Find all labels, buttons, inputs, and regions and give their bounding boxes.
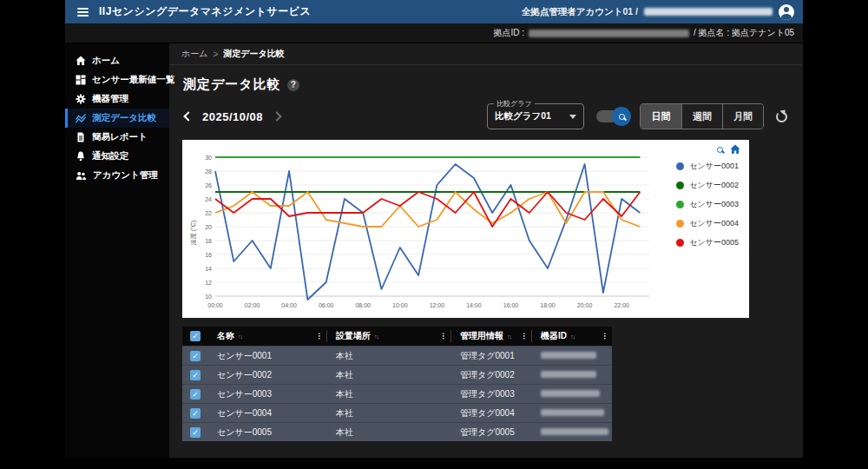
svg-text:10:00: 10:00 <box>392 302 408 308</box>
range-tab-group: 日間 週間 月間 <box>640 103 764 129</box>
table-row[interactable]: センサー0003 本社 管理タグ0003 <box>182 384 612 403</box>
column-menu-icon[interactable]: ⋮ <box>439 332 447 340</box>
svg-text:20:00: 20:00 <box>577 302 593 308</box>
zoom-mode-toggle[interactable] <box>596 110 628 122</box>
site-id-label: 拠点ID : <box>493 27 524 39</box>
sidebar-item-data-compare[interactable]: 測定データ比較 <box>65 109 169 128</box>
cell-location: 本社 <box>327 426 451 439</box>
sidebar-item-label: ホーム <box>92 55 120 67</box>
home-icon <box>76 56 86 66</box>
help-icon[interactable]: ? <box>287 79 299 91</box>
compare-graph-select-value: 比較グラフ01 <box>495 110 551 122</box>
line-chart[interactable]: 30 28 26 24 22 20 18 16 14 12 10 <box>187 150 656 315</box>
table-row[interactable]: センサー0002 本社 管理タグ0002 <box>182 365 612 384</box>
svg-text:26: 26 <box>205 182 212 188</box>
cell-name: センサー0004 <box>208 407 327 419</box>
svg-text:22:00: 22:00 <box>614 302 629 308</box>
sidebar-item-label: アカウント管理 <box>93 169 158 182</box>
date-navigation: 2025/10/08 <box>185 110 280 123</box>
sidebar-item-simple-report[interactable]: 簡易レポート <box>65 128 169 147</box>
svg-text:14:00: 14:00 <box>466 302 482 308</box>
cell-name: センサー0005 <box>208 426 327 439</box>
svg-text:18: 18 <box>205 238 212 244</box>
device-id-redacted <box>541 371 596 378</box>
row-checkbox[interactable] <box>190 370 201 380</box>
cell-location: 本社 <box>327 369 451 381</box>
account-label: 全拠点管理者アカウント01 / <box>522 6 638 18</box>
column-menu-icon[interactable]: ⋮ <box>601 332 608 340</box>
column-header-location: 設置場所 <box>336 330 371 342</box>
breadcrumb-separator: > <box>213 50 218 59</box>
legend-item-sensor-0004[interactable]: センサー0004 <box>676 218 739 229</box>
sidebar-item-account-management[interactable]: アカウント管理 <box>65 166 169 185</box>
column-menu-icon[interactable]: ⋮ <box>315 332 323 340</box>
svg-text:16: 16 <box>205 252 212 258</box>
table-row[interactable]: センサー0005 本社 管理タグ0005 <box>182 422 612 441</box>
table-row[interactable]: センサー0004 本社 管理タグ0004 <box>182 403 612 422</box>
top-bar: IIJセンシングデータマネジメントサービス 全拠点管理者アカウント01 / <box>65 0 803 23</box>
legend-item-sensor-0002[interactable]: センサー0002 <box>676 180 739 191</box>
cell-location: 本社 <box>327 388 451 400</box>
cell-location: 本社 <box>327 407 451 419</box>
magnifier-icon <box>619 114 625 120</box>
sidebar-item-label: センサー最新値一覧 <box>92 74 174 86</box>
cell-tag: 管理タグ0003 <box>451 388 532 400</box>
svg-text:14: 14 <box>205 266 212 272</box>
prev-day-button[interactable] <box>183 111 193 121</box>
sort-icon[interactable]: ↑↓ <box>238 334 242 340</box>
cell-tag: 管理タグ0005 <box>451 426 532 439</box>
app-title: IIJセンシングデータマネジメントサービス <box>99 4 311 19</box>
cell-name: センサー0001 <box>208 350 327 362</box>
legend-item-sensor-0005[interactable]: センサー0005 <box>676 237 739 248</box>
account-avatar-icon[interactable] <box>779 4 794 20</box>
sort-icon[interactable]: ↑↓ <box>570 334 575 340</box>
device-id-redacted <box>541 390 600 397</box>
tab-daily[interactable]: 日間 <box>641 104 681 129</box>
svg-text:00:00: 00:00 <box>207 302 223 308</box>
legend-item-sensor-0001[interactable]: センサー0001 <box>676 161 739 172</box>
sidebar-item-device-management[interactable]: 機器管理 <box>65 89 169 109</box>
sidebar-item-label: 機器管理 <box>92 93 128 105</box>
row-checkbox[interactable] <box>190 351 201 361</box>
legend-dot <box>676 239 684 247</box>
table-row[interactable]: センサー0001 本社 管理タグ0001 <box>182 346 612 365</box>
svg-text:20: 20 <box>205 224 212 230</box>
tab-weekly[interactable]: 週間 <box>681 104 722 129</box>
account-email-redacted <box>644 8 773 16</box>
sidebar-item-home[interactable]: ホーム <box>65 51 169 70</box>
sidebar-item-notification-settings[interactable]: 通知設定 <box>65 147 169 166</box>
zoom-toggle-thumb <box>612 107 631 126</box>
row-checkbox[interactable] <box>190 408 201 419</box>
sidebar-item-label: 通知設定 <box>92 150 128 162</box>
tab-monthly[interactable]: 月間 <box>722 104 763 129</box>
accounts-icon <box>76 170 87 181</box>
sensor-table: 名称↑↓⋮ 設置場所↑↓⋮ 管理用情報↑↓⋮ 機器ID↑↓⋮ センサー0001 … <box>182 327 612 441</box>
breadcrumb: ホーム > 測定データ比較 <box>169 43 803 65</box>
sort-icon[interactable]: ↑↓ <box>374 334 378 340</box>
svg-text:12:00: 12:00 <box>430 302 445 308</box>
breadcrumb-home-link[interactable]: ホーム <box>181 48 207 60</box>
row-checkbox[interactable] <box>190 389 201 400</box>
table-header: 名称↑↓⋮ 設置場所↑↓⋮ 管理用情報↑↓⋮ 機器ID↑↓⋮ <box>182 327 612 346</box>
column-header-device-id: 機器ID <box>541 330 567 342</box>
sidebar-item-label: 測定データ比較 <box>92 112 156 124</box>
compare-graph-select[interactable]: 比較グラフ 比較グラフ01 <box>487 103 584 129</box>
report-icon <box>76 132 86 142</box>
column-menu-icon[interactable]: ⋮ <box>520 332 528 340</box>
compare-graph-select-label: 比較グラフ <box>494 99 535 109</box>
chart-home-icon[interactable] <box>730 144 740 155</box>
hamburger-menu-icon[interactable] <box>77 8 89 17</box>
select-all-checkbox[interactable] <box>190 331 201 341</box>
chart-zoom-icon[interactable] <box>717 147 723 153</box>
cell-tag: 管理タグ0001 <box>451 350 532 362</box>
svg-text:12: 12 <box>205 280 212 286</box>
svg-text:30: 30 <box>205 155 212 161</box>
sidebar-item-sensor-latest[interactable]: センサー最新値一覧 <box>65 70 169 89</box>
next-day-button[interactable] <box>272 111 281 121</box>
refresh-icon[interactable] <box>776 111 787 122</box>
sort-icon[interactable]: ↑↓ <box>507 334 511 340</box>
legend-item-sensor-0003[interactable]: センサー0003 <box>676 199 739 210</box>
series-line <box>215 164 640 300</box>
page-title: 測定データ比較 <box>183 76 281 93</box>
row-checkbox[interactable] <box>190 427 201 438</box>
